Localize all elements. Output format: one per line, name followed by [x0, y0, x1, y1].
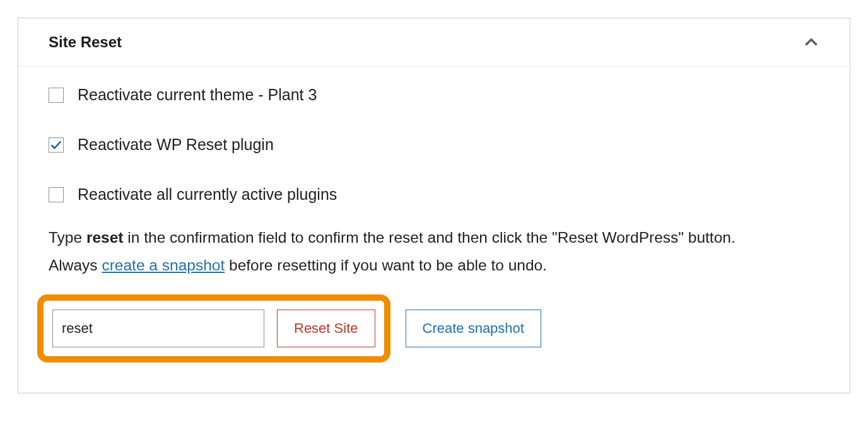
create-snapshot-button[interactable]: Create snapshot: [406, 310, 541, 347]
text: Type: [49, 229, 86, 246]
checkbox-list: Reactivate current theme - Plant 3 React…: [49, 86, 819, 204]
text: Always: [49, 257, 102, 274]
site-reset-panel: Site Reset Reactivate current theme - Pl…: [18, 18, 850, 393]
checkbox-reactivate-theme[interactable]: Reactivate current theme - Plant 3: [49, 86, 819, 104]
text: before resetting if you want to be able …: [225, 257, 547, 274]
text-bold: reset: [86, 229, 124, 246]
instructions-text: Type reset in the confirmation field to …: [49, 224, 819, 279]
checkbox-reactivate-wp-reset[interactable]: Reactivate WP Reset plugin: [49, 136, 819, 154]
reset-site-button[interactable]: Reset Site: [277, 310, 375, 347]
panel-body: Reactivate current theme - Plant 3 React…: [18, 67, 850, 393]
panel-header[interactable]: Site Reset: [18, 18, 850, 67]
text: in the confirmation field to confirm the…: [124, 229, 736, 246]
checkbox-icon: [49, 187, 64, 202]
confirm-input[interactable]: [52, 310, 264, 347]
checkbox-label: Reactivate current theme - Plant 3: [78, 86, 317, 104]
highlight-annotation: Reset Site: [37, 294, 390, 362]
checkbox-icon: [49, 88, 64, 103]
checkbox-label: Reactivate all currently active plugins: [78, 185, 337, 204]
action-row: Reset Site Create snapshot: [49, 294, 819, 362]
checkbox-reactivate-all-plugins[interactable]: Reactivate all currently active plugins: [49, 185, 819, 204]
checkbox-label: Reactivate WP Reset plugin: [78, 136, 274, 154]
create-snapshot-link[interactable]: create a snapshot: [102, 257, 225, 274]
checkbox-icon: [49, 137, 64, 153]
chevron-up-icon: [803, 34, 819, 50]
panel-title: Site Reset: [49, 33, 122, 51]
